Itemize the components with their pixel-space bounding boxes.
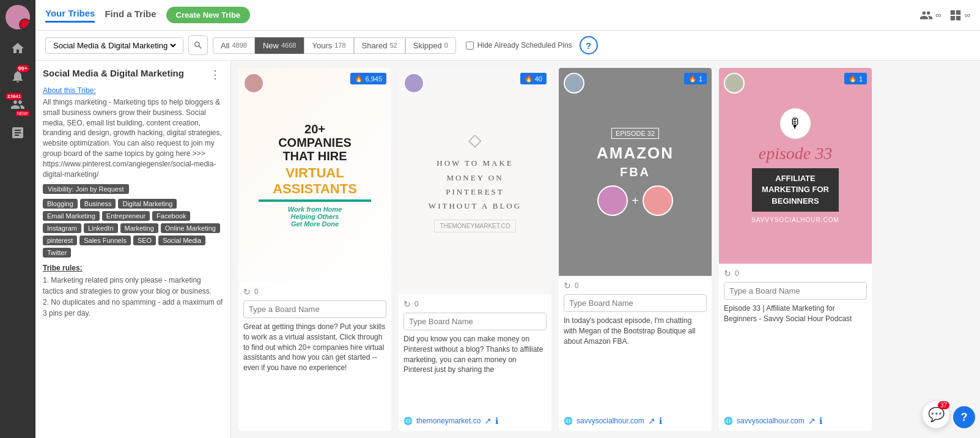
chat-widget[interactable]: 💬 37 [923, 401, 949, 428]
chat-badge: 37 [938, 401, 949, 409]
user-avatar[interactable] [6, 5, 30, 29]
pin-author-avatar-2 [403, 73, 424, 94]
pin-flame-badge-4: 🔥 1 [844, 73, 867, 84]
tag-online-marketing[interactable]: Online Marketing [161, 223, 220, 233]
pin-image-4: 🎙 episode 33 AFFILIATEMARKETING FORBEGIN… [719, 68, 872, 264]
pin-domain-row-4: 🌐 savvysocialhour.com ↗ ℹ [724, 414, 867, 426]
hide-scheduled-checkbox[interactable] [466, 42, 474, 50]
pin-card-4: 🎙 episode 33 AFFILIATEMARKETING FORBEGIN… [719, 68, 872, 431]
pin-card-1: 20+COMPANIESTHAT HIRE VIRTUALASSISTANTS … [238, 68, 391, 431]
episode-title: AFFILIATEMARKETING FORBEGINNERS [752, 168, 839, 212]
info-icon-2[interactable]: ℹ [495, 416, 498, 426]
tribe-members-icon-group: ∞ [919, 9, 941, 22]
tag-entrepreneur[interactable]: Entrepreneur [102, 211, 150, 221]
nav-home[interactable] [5, 35, 31, 61]
board-input-3[interactable] [564, 294, 707, 312]
mic-icon: 🎙 [789, 116, 802, 132]
filter-new[interactable]: New 4668 [255, 37, 304, 54]
pin-desc-2: Did you know you can make money on Pinte… [403, 334, 547, 375]
pin-image-area-3: EPISODE 32 AMAZON FBA + 🔥 1 [559, 68, 712, 276]
tag-sales-funnels[interactable]: Sales Funnels [79, 236, 131, 245]
pin-flame-badge-3: 🔥 1 [684, 73, 707, 84]
nav-analytics[interactable] [5, 120, 31, 146]
board-input-1[interactable] [243, 300, 386, 318]
create-tribe-button[interactable]: Create New Tribe [166, 7, 251, 23]
info-icon-3[interactable]: ℹ [659, 416, 662, 426]
tribe-select[interactable]: Social Media & Digital Marketing [51, 40, 178, 51]
tag-digital-marketing[interactable]: Digital Marketing [118, 199, 177, 209]
tag-business[interactable]: Business [80, 199, 116, 209]
top-nav: Your Tribes Find a Tribe Create New Trib… [35, 0, 980, 31]
tribe-panel: Social Media & Digital Marketing ⋮ About… [35, 61, 231, 438]
flame-count-1: 6,945 [365, 75, 382, 83]
tags-container: Blogging Business Digital Marketing Emai… [43, 199, 223, 258]
pin-desc-1: Great at getting things done? Put your s… [243, 322, 386, 373]
tribe-about-link[interactable]: About this Tribe: [43, 86, 223, 95]
search-button[interactable] [188, 35, 208, 55]
pin-domain-2[interactable]: themoneymarket.co [416, 417, 481, 425]
pin-card-2: ◇ HOW TO MAKEMONEY ONPINTERESTwithout a … [399, 68, 551, 431]
tag-pinterest[interactable]: pinterest [43, 236, 77, 245]
tag-twitter[interactable]: Twitter [43, 248, 71, 258]
diamond-icon: ◇ [468, 130, 482, 150]
tag-blogging[interactable]: Blogging [43, 199, 78, 209]
external-link-icon-2[interactable]: ↗ [484, 416, 492, 426]
pin-domain-4[interactable]: savvysocialhour.com [737, 417, 805, 425]
pin-author-avatar-1 [243, 73, 264, 94]
info-icon-4[interactable]: ℹ [819, 416, 822, 426]
tribe-select-wrapper[interactable]: Social Media & Digital Marketing [45, 37, 183, 54]
tag-social-media[interactable]: Social Media [158, 236, 205, 245]
repin-count-3: 0 [575, 281, 579, 290]
repin-row-2: ↻ 0 [403, 299, 547, 309]
tag-seo[interactable]: SEO [133, 236, 156, 245]
tab-find-tribe[interactable]: Find a Tribe [105, 9, 156, 21]
tribe-description: All things marketing - Marketing tips to… [43, 97, 223, 179]
pin-domain-row-3: 🌐 savvysocialhour.com ↗ ℹ [564, 414, 707, 426]
filter-skipped[interactable]: Skipped 0 [405, 37, 456, 54]
episode-number: episode 33 [759, 144, 833, 163]
tribes-count-badge: 23641 [6, 93, 22, 100]
new-badge: NEW! [16, 111, 29, 116]
main-content: Your Tribes Find a Tribe Create New Trib… [35, 0, 980, 438]
repin-count-4: 0 [735, 269, 739, 278]
help-widget[interactable]: ? [953, 406, 975, 428]
pin-domain-3[interactable]: savvysocialhour.com [577, 417, 644, 425]
tribe-rules-text: 1. Marketing related pins only please - … [43, 275, 223, 319]
external-link-icon-4[interactable]: ↗ [808, 416, 816, 426]
filter-shared[interactable]: Shared 52 [354, 37, 405, 54]
tab-your-tribes[interactable]: Your Tribes [45, 8, 95, 23]
pin-image-2: ◇ HOW TO MAKEMONEY ONPINTERESTwithout a … [399, 68, 551, 294]
external-link-icon-3[interactable]: ↗ [648, 416, 655, 426]
help-button[interactable]: ? [580, 36, 598, 54]
episode-badge-3: EPISODE 32 [611, 128, 659, 139]
tribe-options-button[interactable]: ⋮ [207, 68, 223, 81]
tribe-panel-header: Social Media & Digital Marketing ⋮ [43, 68, 223, 81]
tag-instagram[interactable]: Instagram [43, 223, 81, 233]
tag-email-marketing[interactable]: Email Marketing [43, 211, 100, 221]
tag-facebook[interactable]: Facebook [152, 211, 190, 221]
pin-flame-badge-2: 🔥 40 [520, 73, 547, 84]
repin-icon-3: ↻ [564, 281, 571, 291]
board-input-2[interactable] [403, 313, 547, 330]
tag-marketing[interactable]: Marketing [120, 223, 158, 233]
filter-all[interactable]: All 4898 [213, 37, 255, 54]
nav-tribes[interactable]: 23641 NEW! [5, 92, 31, 117]
pin-grid: 20+COMPANIESTHAT HIRE VIRTUALASSISTANTS … [231, 61, 980, 438]
visibility-badge: Visibility: Join by Request [43, 184, 129, 194]
hide-scheduled-label[interactable]: Hide Already Scheduled Pins [466, 41, 572, 50]
globe-icon-3: 🌐 [564, 417, 573, 425]
nav-notifications[interactable]: 99+ [5, 64, 31, 89]
pin-image-text-2: HOW TO MAKEMONEY ONPINTERESTwithout a Bl… [429, 156, 521, 213]
globe-icon-4: 🌐 [724, 417, 733, 425]
pin-image-area-1: 20+COMPANIESTHAT HIRE VIRTUALASSISTANTS … [238, 68, 391, 282]
flame-count-3: 1 [699, 75, 702, 83]
tribe-panel-title: Social Media & Digital Marketing [43, 68, 184, 78]
amazon-avatars: + [597, 185, 673, 216]
globe-icon-2: 🌐 [403, 417, 413, 425]
filter-yours[interactable]: Yours 178 [304, 37, 353, 54]
tribe-rules-title: Tribe rules: [43, 264, 223, 272]
hide-scheduled-text: Hide Already Scheduled Pins [477, 41, 572, 50]
pin-image-1: 20+COMPANIESTHAT HIRE VIRTUALASSISTANTS … [238, 68, 391, 282]
board-input-4[interactable] [724, 282, 867, 300]
tag-linkedin[interactable]: LinkedIn [84, 223, 118, 233]
